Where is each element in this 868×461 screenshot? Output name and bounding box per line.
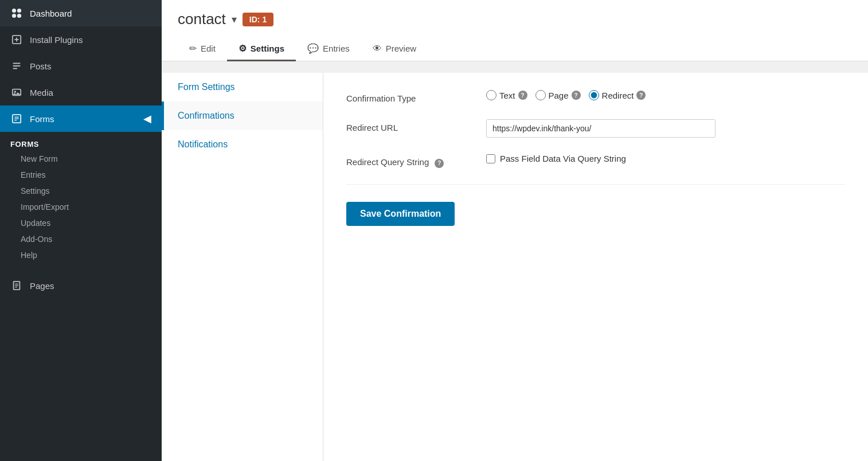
settings-nav-notifications[interactable]: Notifications <box>162 130 323 159</box>
radio-page-label: Page <box>549 91 569 100</box>
svg-point-8 <box>14 91 17 93</box>
tab-edit[interactable]: ✏ Edit <box>178 37 227 61</box>
redirect-query-string-row: Redirect Query String ? Pass Field Data … <box>346 154 845 168</box>
settings-nav: Form Settings Confirmations Notification… <box>162 73 323 461</box>
sidebar-item-dashboard[interactable]: Dashboard <box>0 0 162 26</box>
redirect-url-row: Redirect URL <box>346 119 845 138</box>
save-confirmation-button[interactable]: Save Confirmation <box>346 202 455 226</box>
redirect-query-string-control: Pass Field Data Via Query String <box>486 154 845 163</box>
confirmation-type-controls: Text ? Page ? Redirect ? <box>486 90 845 100</box>
topbar: contact ▾ ID: 1 ✏ Edit ⚙ Settings 💬 Entr… <box>162 0 868 61</box>
radio-page-input[interactable] <box>535 90 546 100</box>
pages-icon <box>10 279 23 292</box>
tab-preview[interactable]: 👁 Preview <box>361 37 428 61</box>
sidebar-item-install-plugins[interactable]: Install Plugins <box>0 26 162 53</box>
redirect-url-control <box>486 119 845 138</box>
sidebar-item-pages[interactable]: Pages <box>0 272 162 299</box>
radio-text-input[interactable] <box>486 90 496 100</box>
sidebar-item-posts-label: Posts <box>30 61 52 71</box>
tab-edit-label: Edit <box>201 44 216 53</box>
sidebar-item-forms[interactable]: Forms ◀ <box>0 106 162 132</box>
radio-page-option[interactable]: Page ? <box>535 90 581 100</box>
entries-icon: 💬 <box>307 43 319 54</box>
redirect-query-string-label: Redirect Query String ? <box>346 154 472 168</box>
content-area: Form Settings Confirmations Notification… <box>162 61 868 461</box>
query-string-help-icon[interactable]: ? <box>435 159 444 168</box>
forms-section-label: Forms <box>0 132 162 151</box>
svg-point-1 <box>17 9 21 13</box>
form-title: contact <box>178 10 226 28</box>
posts-icon <box>10 60 23 72</box>
radio-redirect-input[interactable] <box>589 90 599 100</box>
sidebar-sub-new-form[interactable]: New Form <box>0 151 162 167</box>
redirect-help-icon[interactable]: ? <box>636 91 646 100</box>
forms-indicator: ◀ <box>143 112 151 125</box>
media-icon <box>10 86 23 99</box>
svg-point-0 <box>12 9 16 13</box>
redirect-url-input[interactable] <box>486 119 715 138</box>
sidebar-item-posts[interactable]: Posts <box>0 53 162 79</box>
form-id-badge: ID: 1 <box>243 13 273 26</box>
sidebar-item-pages-label: Pages <box>30 281 54 291</box>
query-string-checkbox-option[interactable]: Pass Field Data Via Query String <box>486 154 626 163</box>
query-string-checkbox-input[interactable] <box>486 154 495 163</box>
dashboard-icon <box>10 7 23 19</box>
forms-icon <box>10 112 23 125</box>
radio-redirect-label: Redirect <box>602 91 634 100</box>
tab-entries-label: Entries <box>323 44 350 53</box>
preview-icon: 👁 <box>373 44 382 54</box>
redirect-url-label: Redirect URL <box>346 119 472 132</box>
form-title-chevron-icon[interactable]: ▾ <box>232 13 237 26</box>
sidebar-sub-help[interactable]: Help <box>0 247 162 263</box>
tab-entries[interactable]: 💬 Entries <box>296 37 361 61</box>
sidebar-item-media[interactable]: Media <box>0 79 162 106</box>
settings-nav-confirmations[interactable]: Confirmations <box>162 101 323 130</box>
edit-icon: ✏ <box>189 43 197 54</box>
sidebar-item-media-label: Media <box>30 88 53 97</box>
tab-settings[interactable]: ⚙ Settings <box>227 37 296 61</box>
settings-panel: Confirmation Type Text ? Page ? <box>323 73 868 461</box>
sidebar: Dashboard Install Plugins Posts Media Fo… <box>0 0 162 461</box>
sidebar-item-install-plugins-label: Install Plugins <box>30 35 83 45</box>
svg-point-2 <box>12 14 16 18</box>
sidebar-sub-import-export[interactable]: Import/Export <box>0 199 162 215</box>
sidebar-item-forms-label: Forms <box>30 114 54 124</box>
tabs-bar: ✏ Edit ⚙ Settings 💬 Entries 👁 Preview <box>178 37 852 61</box>
divider <box>346 184 845 185</box>
settings-nav-form-settings[interactable]: Form Settings <box>162 73 323 101</box>
sidebar-sub-entries[interactable]: Entries <box>0 167 162 183</box>
confirmation-type-label: Confirmation Type <box>346 90 472 103</box>
settings-icon: ⚙ <box>238 43 247 54</box>
sidebar-item-dashboard-label: Dashboard <box>30 9 72 18</box>
main-content: contact ▾ ID: 1 ✏ Edit ⚙ Settings 💬 Entr… <box>162 0 868 461</box>
confirmation-type-row: Confirmation Type Text ? Page ? <box>346 90 845 103</box>
plugin-icon <box>10 33 23 46</box>
text-help-icon[interactable]: ? <box>518 91 527 100</box>
radio-redirect-option[interactable]: Redirect ? <box>589 90 646 100</box>
page-help-icon[interactable]: ? <box>572 91 581 100</box>
tab-settings-label: Settings <box>251 44 284 53</box>
radio-text-option[interactable]: Text ? <box>486 90 527 100</box>
tab-preview-label: Preview <box>386 44 416 53</box>
sidebar-sub-updates[interactable]: Updates <box>0 215 162 231</box>
query-string-checkbox-label: Pass Field Data Via Query String <box>500 154 626 163</box>
radio-text-label: Text <box>499 91 515 100</box>
sidebar-sub-add-ons[interactable]: Add-Ons <box>0 231 162 247</box>
svg-point-3 <box>17 14 21 18</box>
sidebar-sub-settings[interactable]: Settings <box>0 183 162 199</box>
